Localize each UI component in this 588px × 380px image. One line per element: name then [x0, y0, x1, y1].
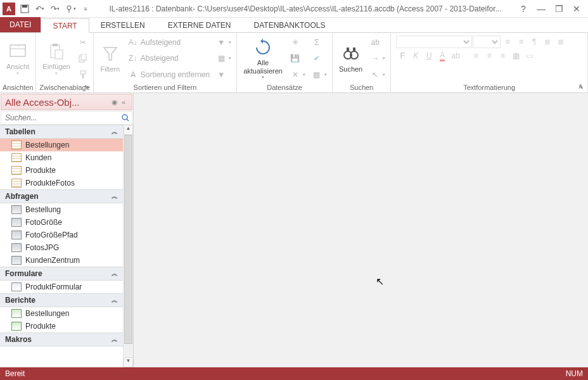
status-left: Bereit	[5, 369, 566, 378]
qat-customize-icon[interactable]: ≡	[79, 2, 93, 16]
ansicht-button: Ansicht ▾	[3, 34, 33, 83]
save-record-icon: 💾	[290, 53, 300, 63]
nav-body: Tabellen︽ Bestellungen Kunden Produkte P…	[0, 125, 123, 367]
nav-item-label: Bestellung	[25, 205, 61, 214]
scroll-thumb[interactable]	[124, 135, 132, 344]
clipboard-launcher-icon[interactable]: ⬊	[84, 84, 92, 91]
nav-item-label: Produkte	[25, 166, 56, 175]
selection-filter-button: ▼▾	[214, 35, 234, 49]
svg-rect-12	[82, 74, 84, 79]
nav-header[interactable]: Alle Access-Obj... ◉ «	[1, 94, 132, 110]
alle-aktualisieren-button[interactable]: Alle aktualisieren ▾	[240, 34, 286, 83]
group-textformatierung: ≡ ≡ ¶ ≣ ≣ F K U A ab ≡ ≡ ≡ ▦ ▭ Textforma…	[391, 33, 588, 92]
restore-icon[interactable]: ❐	[554, 4, 564, 14]
undo-icon[interactable]: ↶▾	[33, 2, 47, 16]
table-icon	[11, 153, 22, 162]
table-icon	[11, 141, 22, 149]
einfuegen-label: Einfügen	[42, 63, 70, 70]
nav-item-produktefotos-table[interactable]: ProdukteFotos	[0, 177, 123, 189]
group-label-datensaetze: Datensätze	[240, 83, 329, 92]
chevron-up-icon[interactable]: ︽	[112, 269, 118, 278]
query-icon	[11, 256, 22, 265]
filter-adv-icon: ▦	[216, 53, 226, 63]
minimize-icon[interactable]: —	[536, 4, 546, 14]
redo-icon[interactable]: ↷▾	[48, 2, 62, 16]
nav-item-bestellung-query[interactable]: Bestellung	[0, 203, 123, 216]
suchen-button[interactable]: Suchen	[335, 34, 366, 83]
nav-item-label: Kunden	[25, 153, 51, 162]
chevron-up-icon[interactable]: ︽	[112, 335, 118, 344]
alle-akt-label: Alle aktualisieren	[243, 59, 283, 74]
search-icon[interactable]	[119, 111, 132, 124]
nav-scrollbar[interactable]: ▲ ▼	[123, 125, 133, 367]
nav-item-label: KundenZentrum	[25, 256, 80, 265]
refresh-icon	[253, 37, 273, 58]
absteigend-button: Z↓Absteigend	[125, 51, 212, 65]
nav-item-label: ProdukteFotos	[25, 179, 75, 187]
nav-menu-icon[interactable]: ◉	[110, 98, 119, 106]
tab-erstellen[interactable]: ERSTELLEN	[89, 18, 157, 32]
group-datensaetze: Alle aktualisieren ▾ ✳ 💾 ✕▾ Σ ✔ ▦▾ Daten…	[237, 33, 333, 92]
group-label-textfmt: Textformatierung	[393, 83, 585, 92]
chevron-up-icon[interactable]: ︽	[112, 127, 118, 136]
binoculars-icon	[341, 44, 361, 64]
brush-icon	[78, 70, 88, 80]
content-area: Alle Access-Obj... ◉ « Tabellen︽ Bestell…	[0, 93, 588, 367]
font-color-icon: A	[436, 49, 449, 62]
nav-item-label: Bestellungen	[25, 141, 69, 149]
section-abfragen[interactable]: Abfragen︽	[0, 189, 123, 203]
chevron-up-icon[interactable]: ︽	[112, 192, 118, 201]
nav-item-bestellungen-table[interactable]: Bestellungen	[0, 139, 123, 151]
help-icon[interactable]: ?	[518, 4, 528, 14]
section-tabellen[interactable]: Tabellen︽	[0, 125, 123, 139]
highlight-icon: ab	[449, 49, 462, 62]
collapse-ribbon-icon[interactable]: ᐱ	[578, 83, 583, 90]
nav-item-produkte-table[interactable]: Produkte	[0, 164, 123, 177]
tab-externe-daten[interactable]: EXTERNE DATEN	[157, 18, 243, 32]
nav-collapse-icon[interactable]: «	[119, 98, 128, 106]
navigation-pane: Alle Access-Obj... ◉ « Tabellen︽ Bestell…	[0, 93, 134, 367]
nav-item-kundenzentrum-query[interactable]: KundenZentrum	[0, 254, 123, 267]
ribbon: Ansicht ▾ Ansichten Einfügen ▾ ✂ Zwische…	[0, 33, 588, 93]
group-sortieren-filtern: Filtern A↓Aufsteigend Z↓Absteigend A̶Sor…	[94, 33, 237, 92]
section-berichte[interactable]: Berichte︽	[0, 293, 123, 307]
nav-item-kunden-table[interactable]: Kunden	[0, 151, 123, 164]
nav-search-input[interactable]	[1, 111, 119, 124]
group-suchen: Suchen ab →▾ ↖▾ Suchen	[333, 33, 391, 92]
sort-asc-icon: A↓	[128, 37, 138, 48]
status-bar: Bereit NUM	[0, 367, 588, 380]
scroll-up-icon[interactable]: ▲	[124, 125, 133, 135]
nav-search	[1, 111, 132, 125]
nav-item-fotogroesse-query[interactable]: FotoGröße	[0, 216, 123, 229]
funnel-icon	[100, 44, 120, 64]
form-icon	[11, 282, 22, 291]
filter-sel-icon: ▼	[216, 37, 226, 48]
nav-item-produkte-report[interactable]: Produkte	[0, 320, 123, 332]
nav-item-fotosjpg-query[interactable]: FotosJPG	[0, 241, 123, 254]
nav-item-bestellungen-report[interactable]: Bestellungen	[0, 307, 123, 320]
nav-item-label: Produkte	[25, 322, 56, 331]
access-app-icon: A	[3, 3, 15, 15]
new-record-icon: ✳	[290, 37, 300, 48]
tab-start[interactable]: START	[41, 18, 89, 33]
scroll-track[interactable]	[124, 135, 133, 357]
section-formulare[interactable]: Formulare︽	[0, 267, 123, 281]
nav-item-fotogroessepfad-query[interactable]: FotoGrößePfad	[0, 229, 123, 241]
clear-sort-icon: A̶	[128, 70, 138, 80]
nav-item-produktformular-form[interactable]: ProduktFormular	[0, 281, 123, 293]
sigma-icon: Σ	[312, 37, 322, 48]
close-icon[interactable]: ✕	[572, 4, 582, 14]
tab-file[interactable]: DATEI	[0, 17, 41, 32]
window-title: IL-ates2116 : Datenbank- C:\Users\user4\…	[93, 4, 518, 13]
tab-datenbank-tools[interactable]: DATENBANKTOOLS	[243, 18, 337, 32]
align-right-icon: ≡	[496, 49, 509, 62]
numbers-icon: ≣	[554, 35, 567, 48]
chevron-up-icon[interactable]: ︽	[112, 296, 118, 305]
report-icon	[11, 309, 22, 318]
touch-mode-icon[interactable]: ▾	[63, 2, 77, 16]
suchen-label: Suchen	[339, 65, 362, 73]
save-icon[interactable]	[18, 2, 32, 16]
nav-header-title: Alle Access-Obj...	[5, 97, 110, 108]
section-makros[interactable]: Makros︽	[0, 332, 123, 346]
scroll-down-icon[interactable]: ▼	[124, 357, 133, 367]
